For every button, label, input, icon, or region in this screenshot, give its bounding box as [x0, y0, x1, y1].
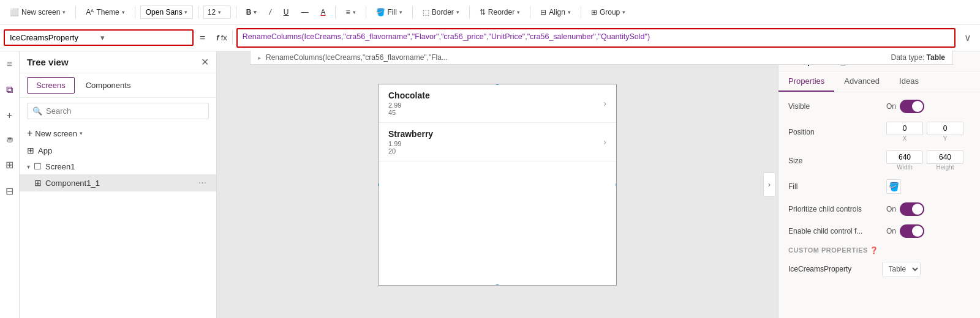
prop-row-prioritize: Prioritize child controls On — [788, 202, 970, 216]
italic-button[interactable]: / — [264, 6, 276, 19]
data-type-label: Data type: Table — [891, 53, 946, 62]
handle-middle-right[interactable] — [616, 182, 617, 188]
variables-icon[interactable]: ⊟ — [3, 183, 16, 199]
size-width-input[interactable] — [886, 150, 923, 164]
text-align-icon: ≡ — [345, 8, 350, 17]
tab-advanced[interactable]: Advanced — [834, 72, 889, 92]
fill-color-swatch[interactable]: 🪣 — [886, 179, 901, 194]
list-item-chocolate[interactable]: Chocolate 2.9945 › — [379, 84, 616, 123]
prop-row-position: Position X Y — [788, 122, 970, 142]
prop-prioritize-value: On — [886, 202, 970, 216]
prop-visible-value: On — [886, 100, 970, 113]
formula-text: RenameColumns(IceCreams,"cra56_flavornam… — [243, 32, 650, 41]
align-label: Align — [549, 8, 565, 17]
search-box: 🔍 — [27, 103, 209, 119]
divider-7 — [412, 6, 413, 18]
item-sub-chocolate: 2.9945 — [388, 102, 603, 116]
divider-5 — [335, 6, 336, 18]
font-color-button[interactable]: A — [315, 6, 330, 19]
search-input[interactable] — [46, 106, 203, 116]
tab-ideas[interactable]: Ideas — [889, 72, 929, 92]
group-label: Group — [600, 8, 620, 17]
fx-button[interactable]: f fx — [211, 31, 232, 45]
layers-icon[interactable]: ⧉ — [4, 82, 15, 98]
divider-10 — [581, 6, 581, 18]
text-align-button[interactable]: ≡ ▾ — [341, 6, 360, 19]
prioritize-toggle[interactable] — [900, 202, 924, 216]
enable-child-on-label: On — [886, 227, 896, 235]
tab-properties[interactable]: Properties — [778, 72, 834, 92]
group-button[interactable]: ⊞ Group ▾ — [586, 6, 630, 19]
prop-position-label: Position — [788, 128, 886, 136]
font-size-selector[interactable]: 12 ▾ — [203, 6, 231, 19]
prioritize-on-label: On — [886, 205, 896, 213]
border-button[interactable]: ⬚ Border ▾ — [418, 6, 464, 19]
autocomplete-expand-icon: ▸ — [258, 54, 261, 61]
underline-button[interactable]: U — [279, 6, 294, 19]
strikethrough-button[interactable]: — — [296, 6, 313, 19]
custom-prop-type-selector[interactable]: Table — [882, 262, 921, 276]
prop-prioritize-label: Prioritize child controls — [788, 205, 886, 213]
visible-toggle[interactable] — [900, 100, 924, 113]
theme-icon: Aᴬ — [86, 8, 94, 17]
right-panel-body: Visible On Position X Y — [778, 92, 980, 318]
size-height-input[interactable] — [927, 150, 963, 164]
handle-bottom-middle[interactable] — [494, 284, 500, 286]
strikethrough-icon: — — [301, 8, 308, 17]
new-screen-label: New screen — [21, 8, 60, 17]
prop-row-enable-child: Enable child control f... On — [788, 224, 970, 238]
new-screen-button[interactable]: + New screen ▾ — [20, 124, 216, 142]
app-icon: ⊞ — [27, 146, 34, 155]
divider-4 — [236, 6, 236, 18]
new-screen-button[interactable]: ⬜ New screen ▾ — [5, 6, 70, 19]
tab-components[interactable]: Components — [77, 77, 140, 94]
tree-item-screen1[interactable]: ▾ ☐ Screen1 — [20, 158, 216, 174]
align-icon: ⊟ — [540, 8, 546, 17]
tree-item-component1[interactable]: ⊞ Component1_1 ··· — [20, 174, 216, 191]
list-item-strawberry-content: Strawberry 1.9920 — [388, 129, 603, 155]
font-selector[interactable]: Open Sans ▾ — [140, 6, 193, 19]
bold-button[interactable]: B ▾ — [241, 6, 262, 19]
fill-button[interactable]: 🪣 Fill ▾ — [371, 6, 407, 19]
handle-middle-left[interactable] — [378, 182, 379, 188]
enable-child-toggle[interactable] — [900, 224, 924, 238]
divider-1 — [75, 6, 76, 18]
custom-prop-name-icecreams: IceCreamsProperty — [788, 265, 877, 273]
prop-fill-label: Fill — [788, 182, 886, 191]
fx-icon: f — [216, 33, 219, 42]
tab-screens[interactable]: Screens — [27, 77, 75, 94]
formula-bar: IceCreamsProperty ▾ = f fx RenameColumns… — [0, 24, 980, 51]
right-panel: Component1_1 Properties Advanced Ideas V… — [778, 51, 980, 318]
canvas-expand-button[interactable]: › — [763, 172, 775, 197]
equals-sign: = — [197, 32, 208, 43]
reorder-label: Reorder — [488, 8, 514, 17]
position-x-input[interactable] — [886, 122, 923, 135]
components-icon[interactable]: ⊞ — [3, 157, 16, 173]
property-selector[interactable]: IceCreamsProperty ▾ — [4, 29, 194, 46]
prop-fill-value: 🪣 — [886, 179, 970, 194]
list-item-strawberry[interactable]: Strawberry 1.9920 › — [379, 123, 616, 161]
position-y-input[interactable] — [927, 122, 963, 135]
tree-header: Tree view ✕ — [20, 51, 216, 73]
align-button[interactable]: ⊟ Align ▾ — [535, 6, 576, 19]
reorder-button[interactable]: ⇅ Reorder ▾ — [475, 6, 525, 19]
formula-expand-button[interactable]: ∨ — [959, 29, 976, 46]
data-icon[interactable]: ⛃ — [4, 133, 15, 147]
tree-close-button[interactable]: ✕ — [201, 56, 209, 68]
theme-chevron: ▾ — [122, 9, 125, 15]
tree-item-app[interactable]: ⊞ App — [20, 142, 216, 158]
add-icon[interactable]: + — [4, 108, 15, 124]
custom-props-help-icon[interactable]: ❓ — [870, 246, 879, 254]
screen-expand-icon: ▾ — [27, 163, 30, 170]
left-icon-bar: ≡ ⧉ + ⛃ ⊞ ⊟ — [0, 51, 20, 318]
tree-title: Tree view — [27, 57, 69, 67]
component-more-button[interactable]: ··· — [196, 177, 209, 188]
autocomplete-preview: RenameColumns(IceCreams,"cra56_flavornam… — [266, 53, 448, 62]
list-item-chevron-chocolate: › — [603, 98, 606, 108]
handle-bottom-right[interactable] — [616, 284, 617, 286]
formula-input[interactable]: RenameColumns(IceCreams,"cra56_flavornam… — [236, 28, 956, 48]
hamburger-menu-icon[interactable]: ≡ — [4, 56, 15, 72]
handle-bottom-left[interactable] — [378, 284, 379, 286]
font-size-value: 12 — [208, 8, 216, 17]
theme-button[interactable]: Aᴬ Theme ▾ — [81, 6, 129, 19]
